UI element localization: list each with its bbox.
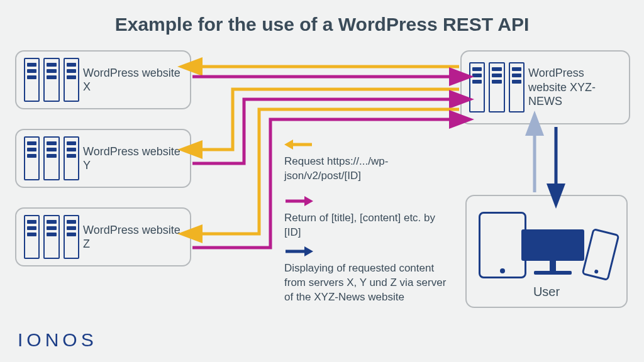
legend-return: Return of [title], [content] etc. by [ID… xyxy=(284,194,454,240)
legend-display: Displaying of requested content from ser… xyxy=(284,244,454,305)
page-title: Example for the use of a WordPress REST … xyxy=(0,14,644,35)
brand-logo: IONOS xyxy=(18,329,97,351)
svg-marker-1 xyxy=(284,140,293,150)
user-label: User xyxy=(533,285,560,299)
server-icon xyxy=(469,62,525,112)
arrow-right-icon xyxy=(284,194,313,209)
legend-display-text: Displaying of requested content from ser… xyxy=(284,261,454,305)
server-x-label: WordPress website X xyxy=(79,66,182,94)
devices-icon xyxy=(477,209,616,278)
server-news-box: WordPress website XYZ-NEWS xyxy=(460,50,630,124)
legend-return-text: Return of [title], [content] etc. by [ID… xyxy=(284,211,454,240)
server-icon xyxy=(24,136,79,180)
server-z-label: WordPress website Z xyxy=(79,223,182,251)
server-icon xyxy=(24,58,79,102)
arrow-left-icon xyxy=(284,137,313,152)
server-z-box: WordPress website Z xyxy=(15,207,191,266)
arrow-right-icon xyxy=(284,244,313,259)
user-box: User xyxy=(465,195,628,308)
svg-marker-5 xyxy=(304,246,313,256)
server-icon xyxy=(24,215,79,259)
svg-marker-3 xyxy=(304,196,313,206)
legend-request-text: Request https://.../wp-json/v2/post/[ID] xyxy=(284,155,454,184)
server-y-label: WordPress website Y xyxy=(79,145,182,173)
legend-request: Request https://.../wp-json/v2/post/[ID] xyxy=(284,137,454,184)
server-y-box: WordPress website Y xyxy=(15,129,191,188)
server-news-label: WordPress website XYZ-NEWS xyxy=(525,66,621,109)
server-x-box: WordPress website X xyxy=(15,50,191,109)
